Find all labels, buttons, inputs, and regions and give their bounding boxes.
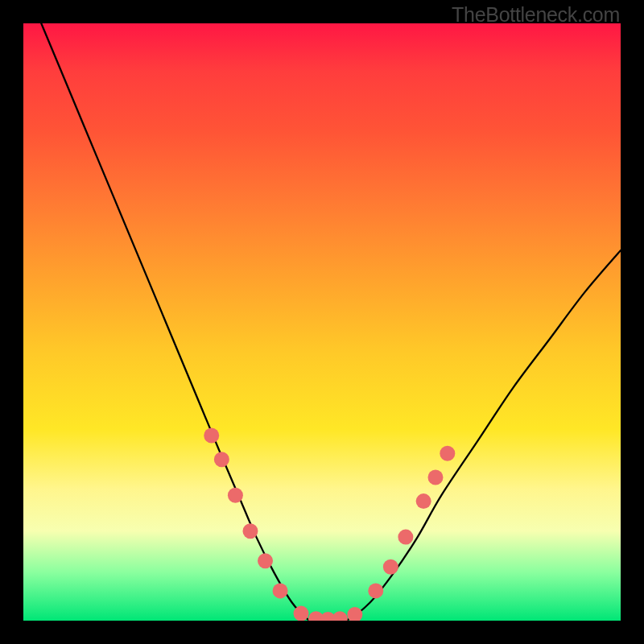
data-marker	[204, 427, 219, 443]
data-marker	[368, 583, 383, 598]
data-marker	[228, 488, 243, 503]
data-marker	[416, 493, 431, 509]
markers-group	[204, 427, 455, 621]
curve-path	[41, 23, 621, 621]
data-marker	[214, 452, 229, 467]
data-marker	[294, 606, 309, 621]
data-marker	[242, 523, 258, 539]
data-marker	[383, 559, 398, 575]
chart-container: TheBottleneck.com	[0, 0, 644, 644]
plot-area	[23, 23, 621, 621]
data-marker	[273, 583, 288, 598]
data-marker	[398, 530, 413, 545]
data-marker	[427, 469, 443, 485]
data-marker	[440, 446, 455, 461]
data-marker	[258, 553, 273, 568]
data-marker	[332, 611, 348, 621]
bottleneck-curve	[23, 23, 621, 621]
data-marker	[347, 607, 362, 621]
